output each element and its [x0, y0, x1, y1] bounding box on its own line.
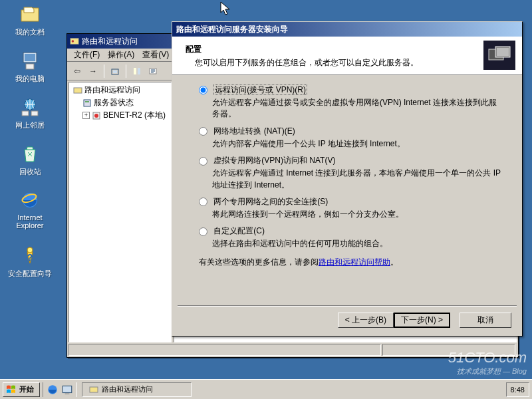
statusbar-cell — [68, 344, 381, 356]
desktop-icon-label: Internet Explorer — [7, 213, 53, 229]
radio-input[interactable] — [199, 157, 207, 166]
radio-input[interactable] — [199, 198, 207, 206]
radio-label[interactable]: 网络地址转换 (NAT)(E) — [199, 126, 505, 137]
mouse-cursor — [220, 1, 232, 17]
radio-description: 允许远程客户端通过拨号或安全的虚拟专用网络(VPN) Internet 连接来连… — [199, 97, 505, 120]
recycle-icon — [19, 143, 41, 164]
folder-icon — [19, 3, 41, 25]
menu-view[interactable]: 查看(V) — [138, 48, 173, 62]
wizard-banner-icon — [483, 41, 515, 70]
menu-action[interactable]: 操作(A) — [104, 48, 138, 62]
toolbar-refresh[interactable] — [130, 64, 144, 78]
radio-label[interactable]: 自定义配置(C) — [199, 225, 505, 237]
wizard-header: 配置 您可以启用下列服务的任意组合，或者您可以自定义此服务器。 — [172, 37, 522, 75]
wizard-icon: ? — [19, 245, 41, 266]
rras-icon — [70, 37, 79, 46]
toolbar-separator — [126, 65, 126, 78]
radio-input[interactable] — [199, 127, 207, 136]
tree-server-status[interactable]: 服务器状态 — [70, 96, 170, 109]
console-title-text: 路由和远程访问 — [82, 36, 138, 47]
tree-expander[interactable]: + — [82, 112, 90, 119]
taskbar-item-rras[interactable]: 路由和远程访问 — [82, 382, 192, 397]
wizard-help-period: 。 — [390, 257, 398, 267]
ql-desktop[interactable] — [61, 384, 73, 396]
svg-text:?: ? — [27, 252, 33, 263]
toolbar-up[interactable] — [108, 64, 122, 78]
toolbar-separator — [104, 65, 104, 78]
rras-wizard-dialog: 路由和远程访问服务器安装向导 配置 您可以启用下列服务的任意组合，或者您可以自定… — [172, 21, 523, 336]
tree-server-node[interactable]: + BENET-R2 (本地) — [70, 109, 170, 122]
start-button[interactable]: 开始 — [3, 382, 40, 397]
svg-rect-15 — [138, 68, 140, 74]
svg-rect-13 — [113, 70, 117, 73]
toolbar-properties[interactable] — [146, 64, 160, 78]
radio-label[interactable]: 两个专用网络之间的安全连接(S) — [199, 196, 505, 207]
desktop-icon-mydocs[interactable]: 我的文档 — [7, 3, 53, 37]
svg-rect-14 — [134, 68, 136, 74]
wizard-help-line: 有关这些选项的更多信息，请参阅路由和远程访问帮助。 — [199, 257, 505, 268]
wizard-help-prefix: 有关这些选项的更多信息，请参阅 — [199, 257, 319, 267]
svg-point-11 — [72, 40, 74, 43]
toolbar-forward[interactable]: → — [86, 64, 100, 78]
menu-file[interactable]: 文件(F) — [70, 48, 104, 62]
tree-root[interactable]: 路由和远程访问 — [70, 84, 170, 96]
watermark-sub: 技术成就梦想 — Blog — [448, 366, 527, 376]
desktop-icon-label: 我的文档 — [7, 27, 53, 37]
radio-text: 虚拟专用网络(VPN)访问和 NAT(V) — [213, 156, 335, 165]
desktop-icon-label: 安全配置向导 — [7, 269, 53, 279]
svg-rect-27 — [65, 393, 70, 394]
ql-ie[interactable] — [47, 384, 59, 396]
radio-label[interactable]: 虚拟专用网络(VPN)访问和 NAT(V) — [199, 155, 505, 166]
radio-text: 远程访问(拨号或 VPN)(R) — [213, 84, 307, 95]
svg-rect-26 — [63, 386, 72, 392]
svg-rect-28 — [90, 387, 98, 392]
radio-option-nat: 网络地址转换 (NAT)(E) 允许内部客户端使用一个公共 IP 地址连接到 I… — [199, 126, 505, 150]
next-button[interactable]: 下一步(N) > — [394, 313, 450, 328]
wizard-titlebar[interactable]: 路由和远程访问服务器安装向导 — [172, 22, 522, 37]
radio-description: 将此网络连接到一个远程网络，例如一个分支办公室。 — [199, 209, 505, 220]
server-status-icon — [82, 98, 92, 108]
wizard-help-link[interactable]: 路由和远程访问帮助 — [319, 257, 390, 267]
radio-option-vpn-nat: 虚拟专用网络(VPN)访问和 NAT(V) 允许远程客户端通过 Internet… — [199, 155, 505, 191]
tray-clock: 8:48 — [511, 386, 525, 394]
svg-rect-24 — [497, 48, 509, 56]
desktop-icon-scw[interactable]: ? 安全配置向导 — [7, 245, 53, 279]
svg-rect-17 — [74, 88, 82, 93]
ie-icon — [19, 190, 41, 211]
server-stopped-icon — [92, 111, 101, 120]
svg-rect-18 — [84, 100, 90, 106]
tree-root-label: 路由和远程访问 — [84, 84, 140, 96]
radio-option-site-to-site: 两个专用网络之间的安全连接(S) 将此网络连接到一个远程网络，例如一个分支办公室… — [199, 196, 505, 220]
taskbar: 开始 路由和远程访问 8:48 — [0, 379, 532, 399]
tree-server-label: BENET-R2 (本地) — [103, 110, 166, 121]
desktop-icon-recycle[interactable]: 回收站 — [7, 143, 53, 177]
toolbar-back[interactable]: ⇦ — [70, 64, 84, 78]
back-button[interactable]: < 上一步(B) — [338, 313, 394, 328]
cancel-button[interactable]: 取消 — [460, 313, 511, 328]
radio-text: 自定义配置(C) — [213, 226, 265, 235]
desktop-icon-network[interactable]: 网上邻居 — [7, 96, 53, 130]
watermark-main: 51CTO.com — [448, 349, 527, 366]
svg-rect-5 — [31, 111, 38, 116]
watermark: 51CTO.com 技术成就梦想 — Blog — [448, 349, 527, 376]
rras-icon — [73, 86, 82, 95]
radio-input[interactable] — [199, 227, 207, 236]
system-tray[interactable]: 8:48 — [506, 382, 529, 397]
radio-input[interactable] — [199, 86, 207, 94]
desktop-icon-mycomputer[interactable]: 我的电脑 — [7, 50, 53, 84]
network-icon — [19, 96, 41, 118]
windows-flag-icon — [6, 384, 17, 395]
tree-status-label: 服务器状态 — [94, 97, 134, 108]
radio-description: 选择在路由和远程访问中的任何可用功能的组合。 — [199, 238, 505, 249]
desktop-icon-label: 我的电脑 — [7, 74, 53, 84]
tree-pane[interactable]: 路由和远程访问 服务器状态 + BENET-R2 (本地) — [68, 82, 172, 342]
radio-description: 允许内部客户端使用一个公共 IP 地址连接到 Internet。 — [199, 138, 505, 150]
computer-icon — [19, 50, 41, 71]
wizard-header-subtitle: 您可以启用下列服务的任意组合，或者您可以自定义此服务器。 — [186, 57, 418, 68]
svg-rect-1 — [25, 54, 35, 61]
radio-label[interactable]: 远程访问(拨号或 VPN)(R) — [199, 84, 505, 96]
desktop-icon-label: 网上邻居 — [7, 120, 53, 130]
desktop-icon-ie[interactable]: Internet Explorer — [7, 190, 53, 229]
start-button-label: 开始 — [19, 384, 34, 394]
taskbar-item-label: 路由和远程访问 — [102, 384, 153, 394]
